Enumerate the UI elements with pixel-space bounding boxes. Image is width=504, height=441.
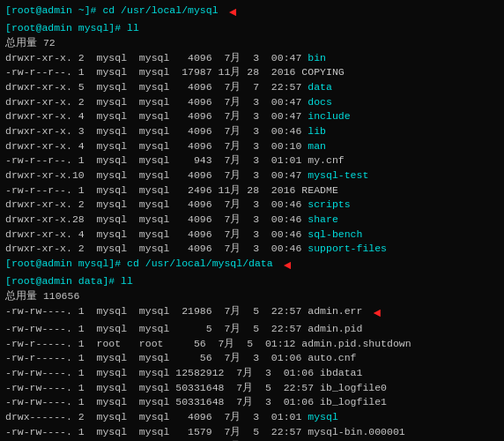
file-meta: 10 mysql mysql 4096 7月 3 00:47 <box>72 168 301 183</box>
file-name: ibdata1 <box>314 366 362 381</box>
file-name: scripts <box>301 198 350 213</box>
terminal-line: -rw-r--r--. 1 mysql mysql 17987 11月 28 2… <box>5 65 499 80</box>
file-name: ib_logfile0 <box>314 381 387 396</box>
terminal-line: -rw-rw----. 1 mysql mysql 21986 7月 5 22:… <box>5 304 499 322</box>
file-meta: 4 mysql mysql 4096 7月 3 00:10 <box>72 139 301 154</box>
file-meta: 2 mysql mysql 4096 7月 3 00:47 <box>72 51 301 66</box>
arrow-icon: ◄ <box>366 304 381 322</box>
file-perms: -rw-rw----. <box>5 425 72 440</box>
file-meta: 4 mysql mysql 4096 7月 3 00:47 <box>72 109 301 124</box>
file-name: auto.cnf <box>301 351 356 366</box>
terminal-line: drwxr-xr-x. 5 mysql mysql 4096 7月 7 22:5… <box>5 80 499 95</box>
file-perms: drwxr-xr-x. <box>5 124 72 139</box>
prompt-text: [root@admin mysql]# ll <box>5 21 139 36</box>
file-name: share <box>301 213 337 228</box>
terminal-line: -rw-rw----. 1 mysql mysql 50331648 7月 5 … <box>5 381 499 396</box>
file-meta: 1 mysql mysql 17987 11月 28 2016 <box>72 65 296 80</box>
file-perms: drwxr-xr-x. <box>5 80 72 95</box>
file-meta: 5 mysql mysql 4096 7月 7 22:57 <box>72 80 301 95</box>
file-meta: 1 mysql mysql 12582912 7月 3 01:06 <box>72 366 314 381</box>
terminal-line: [root@admin data]# ll <box>5 274 499 289</box>
terminal-line: drwxr-xr-x.28 mysql mysql 4096 7月 3 00:4… <box>5 213 499 228</box>
terminal-line: -rw-r-----. 1 root root 56 7月 5 01:12 ad… <box>5 337 499 352</box>
file-name: my.cnf <box>301 153 344 168</box>
file-meta: 4 mysql mysql 4096 7月 3 00:46 <box>72 228 301 243</box>
file-name: COPYING <box>295 65 344 80</box>
file-meta: 1 mysql mysql 2496 11月 28 2016 <box>72 183 296 198</box>
terminal-line: drwxr-xr-x. 2 mysql mysql 4096 7月 3 00:4… <box>5 242 499 257</box>
file-meta: 3 mysql mysql 4096 7月 3 00:46 <box>72 124 301 139</box>
file-perms: -rw-rw----. <box>5 381 72 396</box>
file-name: support-files <box>301 242 387 257</box>
terminal-line: [root@admin ~]# cd /usr/local/mysql ◄ <box>5 4 499 21</box>
terminal-line: -rw-r-----. 1 mysql mysql 56 7月 3 01:06 … <box>5 351 499 366</box>
terminal-line: drwxr-xr-x. 4 mysql mysql 4096 7月 3 00:4… <box>5 109 499 124</box>
file-meta: 1 mysql mysql 50331648 7月 3 01:06 <box>72 395 314 410</box>
file-perms: -rw-rw----. <box>5 304 72 319</box>
terminal-line: 总用量 72 <box>5 36 499 51</box>
file-meta: 2 mysql mysql 4096 7月 3 01:01 <box>72 410 301 425</box>
file-perms: -rw-r--r--. <box>5 65 72 80</box>
file-perms: drwxr-xr-x. <box>5 95 72 110</box>
file-name: admin.err <box>301 304 362 319</box>
file-perms: -rw-r--r--. <box>5 183 72 198</box>
file-meta: 1 mysql mysql 56 7月 3 01:06 <box>72 351 301 366</box>
terminal-line: -rw-rw----. 1 mysql mysql 50331648 7月 3 … <box>5 395 499 410</box>
file-meta: 1 mysql mysql 21986 7月 5 22:57 <box>72 304 301 319</box>
terminal-line: drwxr-xr-x. 2 mysql mysql 4096 7月 3 00:4… <box>5 198 499 213</box>
file-name: docs <box>301 95 332 110</box>
file-name: man <box>301 139 326 154</box>
terminal-line: -rw-rw----. 1 mysql mysql 1579 7月 5 22:5… <box>5 425 499 440</box>
file-name: data <box>301 80 332 95</box>
file-perms: drwxr-xr-x. <box>5 109 72 124</box>
file-meta: 1 root root 56 7月 5 01:12 <box>72 337 296 352</box>
file-perms: drwxr-xr-x. <box>5 168 72 183</box>
file-name: mysql <box>301 410 337 425</box>
terminal-line: drwxr-xr-x. 2 mysql mysql 4096 7月 3 00:4… <box>5 51 499 66</box>
file-name: mysql-test <box>301 168 368 183</box>
file-name: sql-bench <box>301 228 362 243</box>
file-name: ib_logfile1 <box>314 395 387 410</box>
file-perms: drwxr-xr-x. <box>5 228 72 243</box>
terminal-line: drwxr-xr-x. 4 mysql mysql 4096 7月 3 00:1… <box>5 139 499 154</box>
file-meta: 2 mysql mysql 4096 7月 3 00:47 <box>72 95 301 110</box>
file-meta: 2 mysql mysql 4096 7月 3 00:46 <box>72 242 301 257</box>
file-meta: 1 mysql mysql 50331648 7月 5 22:57 <box>72 381 314 396</box>
terminal-line: 总用量 110656 <box>5 289 499 304</box>
file-name: lib <box>301 124 326 139</box>
terminal-line: drwxr-xr-x.10 mysql mysql 4096 7月 3 00:4… <box>5 168 499 183</box>
file-perms: -rw-rw----. <box>5 322 72 337</box>
terminal-line: -rw-rw----. 1 mysql mysql 12582912 7月 3 … <box>5 366 499 381</box>
file-perms: -rw-rw----. <box>5 395 72 410</box>
arrow-icon: ◄ <box>277 257 292 274</box>
terminal-line: [root@admin mysql]# cd /usr/local/mysql/… <box>5 257 499 274</box>
file-perms: drwxr-xr-x. <box>5 139 72 154</box>
terminal-line: drwxr-xr-x. 2 mysql mysql 4096 7月 3 00:4… <box>5 95 499 110</box>
file-perms: -rw-r--r--. <box>5 153 72 168</box>
file-name: bin <box>301 51 326 66</box>
prompt-text: [root@admin ~]# cd /usr/local/mysql <box>5 4 219 19</box>
prompt-text: [root@admin data]# ll <box>5 274 133 289</box>
terminal-line: drwx------. 2 mysql mysql 4096 7月 3 01:0… <box>5 410 499 425</box>
file-meta: 2 mysql mysql 4096 7月 3 00:46 <box>72 198 301 213</box>
terminal-line: drwxr-xr-x. 4 mysql mysql 4096 7月 3 00:4… <box>5 228 499 243</box>
file-perms: -rw-r-----. <box>5 351 72 366</box>
file-name: include <box>301 109 350 124</box>
file-name: admin.pid.shutdown <box>295 337 411 352</box>
file-name: README <box>295 183 337 198</box>
total-line: 总用量 110656 <box>5 289 79 304</box>
terminal-line: -rw-r--r--. 1 mysql mysql 943 7月 3 01:01… <box>5 153 499 168</box>
file-meta: 28 mysql mysql 4096 7月 3 00:46 <box>72 213 301 228</box>
file-meta: 1 mysql mysql 943 7月 3 01:01 <box>72 153 301 168</box>
terminal-line: -rw-r--r--. 1 mysql mysql 2496 11月 28 20… <box>5 183 499 198</box>
file-perms: drwxr-xr-x. <box>5 213 72 228</box>
terminal-line: drwxr-xr-x. 3 mysql mysql 4096 7月 3 00:4… <box>5 124 499 139</box>
file-perms: -rw-r-----. <box>5 337 72 352</box>
arrow-icon: ◄ <box>222 4 237 21</box>
file-perms: drwxr-xr-x. <box>5 51 72 66</box>
file-name: mysql-bin.000001 <box>301 425 404 440</box>
file-name: admin.pid <box>301 322 362 337</box>
terminal-line: [root@admin mysql]# ll <box>5 21 499 36</box>
file-perms: -rw-rw----. <box>5 366 72 381</box>
file-perms: drwxr-xr-x. <box>5 242 72 257</box>
